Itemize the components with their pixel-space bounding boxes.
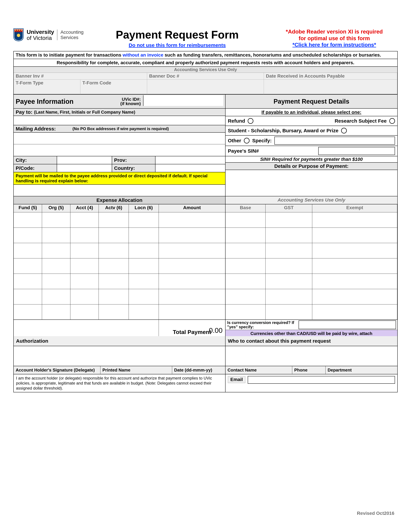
allocation-cell[interactable] [312, 228, 397, 243]
allocation-cell[interactable] [226, 212, 266, 228]
mailing-address-input-1[interactable] [14, 133, 226, 144]
allocation-cell[interactable] [70, 289, 99, 304]
allocation-cell[interactable] [42, 243, 70, 258]
subtitle-suffix: use this form for reimbursements [145, 42, 226, 48]
mailing-address-note: (No PO Box addresses if wire payment is … [73, 126, 169, 131]
address-grid: City: Prov: P/Code: Country: [14, 156, 226, 172]
allocation-cell[interactable] [159, 274, 226, 289]
date-received-value[interactable] [264, 80, 397, 95]
purpose-input[interactable] [226, 170, 397, 196]
allocation-cell[interactable] [70, 212, 99, 228]
research-fee-radio[interactable] [389, 118, 395, 124]
allocation-cell[interactable] [312, 243, 397, 258]
city-input[interactable] [57, 156, 112, 164]
contact-area[interactable] [226, 346, 397, 366]
refund-radio[interactable] [248, 118, 253, 124]
allocation-cell[interactable] [129, 212, 159, 228]
payto-label: Pay to: [16, 109, 32, 115]
allocation-cell[interactable] [14, 243, 42, 258]
allocation-cell[interactable] [70, 274, 99, 289]
allocation-cell[interactable] [70, 228, 99, 243]
allocation-cell[interactable] [266, 243, 312, 258]
allocation-cell[interactable] [129, 304, 159, 320]
allocation-cell[interactable] [42, 304, 70, 320]
disclaimer-row: I am the account holder (or delegate) re… [14, 374, 397, 392]
banner-doc-value[interactable] [147, 80, 264, 95]
allocation-cell[interactable] [14, 258, 42, 274]
allocation-cell[interactable] [312, 304, 397, 320]
uvic-id-input[interactable] [143, 95, 223, 106]
allocation-cell[interactable] [159, 228, 226, 243]
allocation-cell[interactable] [42, 212, 70, 228]
mailing-address-input-2[interactable] [14, 144, 226, 156]
allocation-cell[interactable] [42, 258, 70, 274]
allocation-cell[interactable] [159, 289, 226, 304]
allocation-cell[interactable] [226, 258, 266, 274]
allocation-cell[interactable] [159, 258, 226, 274]
allocation-cell[interactable] [129, 243, 159, 258]
student-radio[interactable] [341, 128, 347, 133]
pcode-input[interactable] [57, 164, 112, 172]
uvic-id-note: (if known) [120, 101, 141, 106]
allocation-cell[interactable] [266, 289, 312, 304]
phone-label: Phone [292, 366, 325, 374]
allocation-cell[interactable] [266, 228, 312, 243]
allocation-cell[interactable] [226, 228, 266, 243]
allocation-cell[interactable] [226, 304, 266, 320]
allocation-cell[interactable] [99, 258, 129, 274]
allocation-cell[interactable] [99, 243, 129, 258]
dept-line-2: Services [60, 35, 84, 40]
payto-input[interactable] [14, 116, 226, 125]
allocation-cell[interactable] [14, 304, 42, 320]
intro-1-blue: without an invoice [123, 52, 163, 57]
allocation-cell[interactable] [99, 274, 129, 289]
svg-rect-1 [15, 30, 16, 31]
allocation-cell[interactable] [226, 243, 266, 258]
signature-area[interactable] [14, 346, 226, 366]
country-input[interactable] [155, 164, 226, 172]
allocation-cell[interactable] [99, 289, 129, 304]
allocation-cell[interactable] [129, 258, 159, 274]
allocation-cell[interactable] [312, 212, 397, 228]
allocation-cell[interactable] [14, 228, 42, 243]
allocation-cell[interactable] [42, 274, 70, 289]
allocation-cell[interactable] [266, 274, 312, 289]
allocation-cell[interactable] [312, 289, 397, 304]
currency-input[interactable] [299, 321, 396, 329]
allocation-cell[interactable] [159, 304, 226, 320]
handling-explain-input[interactable] [14, 185, 226, 196]
allocation-cell[interactable] [70, 304, 99, 320]
allocation-cell[interactable] [129, 274, 159, 289]
allocation-cell[interactable] [159, 212, 226, 228]
allocation-cell[interactable] [99, 304, 129, 320]
allocation-cell[interactable] [42, 289, 70, 304]
allocation-cell[interactable] [14, 212, 42, 228]
email-input[interactable] [248, 376, 395, 384]
allocation-cell[interactable] [266, 304, 312, 320]
allocation-cell[interactable] [14, 274, 42, 289]
allocation-cell[interactable] [312, 258, 397, 274]
specify-input[interactable] [274, 137, 395, 145]
allocation-cell[interactable] [42, 228, 70, 243]
allocation-cell[interactable] [70, 258, 99, 274]
allocation-cell[interactable] [266, 258, 312, 274]
allocation-cell[interactable] [266, 212, 312, 228]
allocation-cell[interactable] [226, 289, 266, 304]
allocation-cell[interactable] [14, 289, 42, 304]
sin-input[interactable] [318, 147, 395, 155]
allocation-cell[interactable] [159, 243, 226, 258]
instructions-link[interactable]: *Click here for form instructions* [271, 42, 398, 48]
allocation-cell[interactable] [70, 243, 99, 258]
prov-input[interactable] [155, 156, 226, 164]
banner-inv-label: Banner Inv # [14, 73, 147, 80]
svg-point-5 [17, 34, 20, 37]
allocation-cell[interactable] [99, 212, 129, 228]
col-actv: Actv (6) [99, 204, 129, 212]
allocation-cell[interactable] [226, 274, 266, 289]
allocation-cell[interactable] [312, 274, 397, 289]
allocation-cell[interactable] [99, 228, 129, 243]
allocation-cell[interactable] [129, 289, 159, 304]
other-radio[interactable] [244, 138, 249, 143]
subtitle: Do not use this form for reimbursements [84, 42, 271, 48]
allocation-cell[interactable] [129, 228, 159, 243]
